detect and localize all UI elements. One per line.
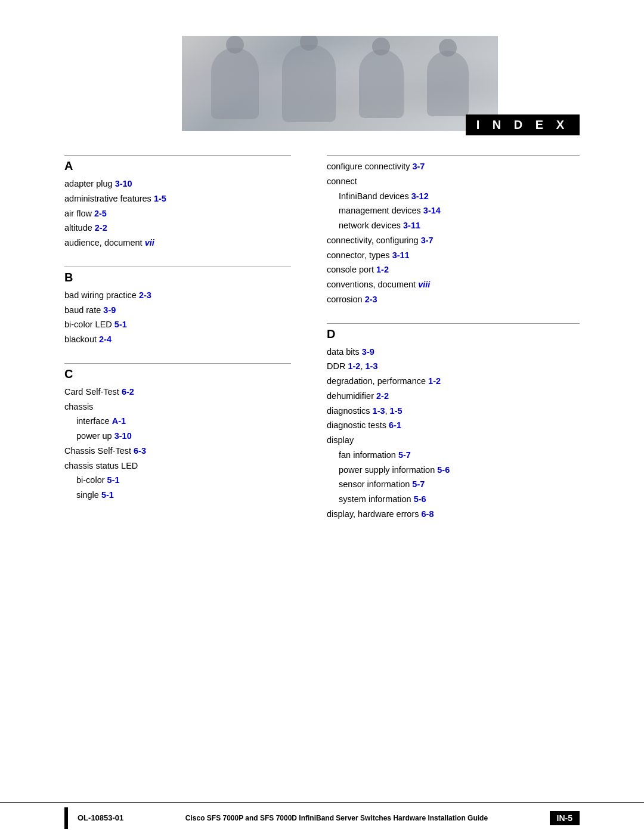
ref-link[interactable]: 3-11 [392, 250, 410, 260]
ref-link[interactable]: 3-9 [103, 305, 116, 315]
list-item: corrosion 2-3 [327, 293, 580, 306]
section-d-header: D [327, 323, 580, 341]
section-a-letter: A [64, 159, 76, 173]
list-item: administrative features 1-5 [64, 193, 291, 206]
ref-link[interactable]: 1-5 [154, 194, 166, 203]
section-a-header: A [64, 155, 291, 173]
list-item: Chassis Self-Test 6-3 [64, 445, 291, 458]
list-item: connect [327, 175, 580, 188]
list-item: InfiniBand devices 3-12 [327, 190, 580, 203]
ref-link[interactable]: 1-3 [373, 406, 385, 416]
index-title-bar: I N D E X [466, 114, 580, 135]
section-b: B bad wiring practice 2-3 baud rate 3-9 … [64, 267, 291, 346]
list-item: conventions, document viii [327, 278, 580, 292]
ref-link[interactable]: 2-5 [94, 209, 107, 218]
footer-page: IN-5 [550, 811, 580, 825]
ref-link[interactable]: viii [418, 280, 430, 289]
list-item: console port 1-2 [327, 264, 580, 277]
list-item: audience, document vii [64, 237, 291, 250]
list-item: data bits 3-9 [327, 346, 580, 359]
list-item: air flow 2-5 [64, 208, 291, 221]
section-d-letter: D [327, 327, 339, 341]
ref-link[interactable]: 3-9 [362, 347, 374, 357]
section-b-header: B [64, 267, 291, 284]
figure-2 [282, 45, 336, 122]
ref-link[interactable]: 6-2 [122, 387, 134, 397]
header-image [182, 36, 498, 131]
list-item: diagnostics 1-3, 1-5 [327, 405, 580, 418]
section-d: D data bits 3-9 DDR 1-2, 1-3 degradation… [327, 323, 580, 521]
ref-link[interactable]: 5-1 [114, 320, 127, 329]
section-b-letter: B [64, 271, 76, 284]
ref-link[interactable]: 3-11 [403, 221, 420, 230]
ref-link[interactable]: 1-3 [365, 361, 377, 371]
list-item: blackout 2-4 [64, 333, 291, 346]
ref-link[interactable]: 3-7 [412, 162, 425, 171]
ref-link[interactable]: 5-7 [412, 479, 425, 489]
list-item: chassis [64, 401, 291, 414]
ref-link[interactable]: 5-1 [101, 490, 114, 500]
list-item: display [327, 434, 580, 447]
ref-link[interactable]: 5-1 [107, 475, 120, 485]
section-c-letter: C [64, 367, 76, 381]
list-item: interface A-1 [64, 415, 291, 428]
list-item: display, hardware errors 6-8 [327, 508, 580, 521]
list-item: adapter plug 3-10 [64, 178, 291, 191]
list-item: DDR 1-2, 1-3 [327, 360, 580, 373]
list-item: network devices 3-11 [327, 219, 580, 233]
ref-link[interactable]: 2-2 [376, 391, 389, 401]
ref-link[interactable]: 3-7 [421, 236, 434, 245]
figure-4 [427, 51, 469, 116]
section-rule [327, 155, 580, 156]
section-c: C Card Self-Test 6-2 chassis interface A… [64, 363, 291, 502]
ref-link[interactable]: 1-2 [428, 376, 441, 386]
footer-doc-num: OL-10853-01 [78, 813, 123, 822]
ref-link[interactable]: 5-6 [414, 494, 426, 504]
list-item: connectivity, configuring 3-7 [327, 234, 580, 247]
ref-link[interactable]: 1-5 [390, 406, 402, 416]
ref-link[interactable]: 3-10 [115, 179, 132, 188]
ref-link[interactable]: 6-8 [422, 509, 434, 519]
ref-link[interactable]: 1-2 [376, 265, 389, 274]
list-item: baud rate 3-9 [64, 304, 291, 317]
list-item: fan information 5-7 [327, 449, 580, 462]
list-item: altitude 2-2 [64, 222, 291, 235]
list-item: management devices 3-14 [327, 205, 580, 218]
ref-link[interactable]: 2-2 [95, 223, 107, 233]
ref-link[interactable]: 2-3 [139, 290, 151, 300]
ref-link[interactable]: A-1 [112, 416, 126, 426]
ref-link[interactable]: 3-14 [423, 206, 441, 215]
section-c-header: C [64, 363, 291, 381]
ref-link[interactable]: 5-7 [398, 450, 411, 460]
list-item: bi-color LED 5-1 [64, 318, 291, 332]
list-item: connector, types 3-11 [327, 249, 580, 262]
ref-link[interactable]: 2-3 [365, 295, 377, 304]
ref-link[interactable]: 3-10 [114, 431, 132, 441]
section-a: A adapter plug 3-10 administrative featu… [64, 155, 291, 250]
list-item: system information 5-6 [327, 493, 580, 506]
ref-link[interactable]: 1-2 [348, 361, 360, 371]
footer-bar [64, 807, 68, 829]
ref-link[interactable]: vii [145, 238, 154, 247]
list-item: degradation, performance 1-2 [327, 375, 580, 388]
list-item: configure connectivity 3-7 [327, 160, 580, 174]
ref-link[interactable]: 5-6 [437, 465, 450, 475]
list-item: dehumidifier 2-2 [327, 390, 580, 403]
list-item: diagnostic tests 6-1 [327, 419, 580, 432]
left-column: A adapter plug 3-10 administrative featu… [64, 155, 291, 538]
figure-1 [211, 48, 259, 119]
footer: OL-10853-01 Cisco SFS 7000P and SFS 7000… [0, 802, 644, 833]
main-content: A adapter plug 3-10 administrative featu… [0, 155, 644, 538]
ref-link[interactable]: 6-3 [134, 446, 146, 456]
figure-3 [359, 49, 404, 118]
footer-title: Cisco SFS 7000P and SFS 7000D InfiniBand… [123, 814, 549, 822]
header-image-overlay [182, 36, 498, 131]
list-item: single 5-1 [64, 489, 291, 502]
section-c-right: configure connectivity 3-7 connect Infin… [327, 155, 580, 306]
ref-link[interactable]: 2-4 [99, 335, 112, 344]
ref-link[interactable]: 3-12 [411, 191, 429, 201]
right-column: configure connectivity 3-7 connect Infin… [327, 155, 580, 538]
list-item: sensor information 5-7 [327, 478, 580, 491]
list-item: Card Self-Test 6-2 [64, 386, 291, 399]
ref-link[interactable]: 6-1 [389, 420, 401, 430]
